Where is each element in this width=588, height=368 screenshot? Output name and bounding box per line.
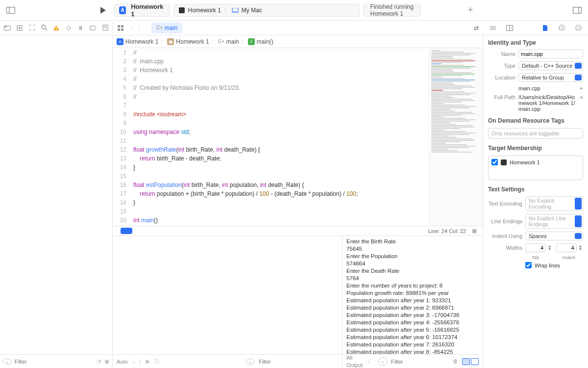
fullpath-label: Full Path — [488, 94, 515, 100]
tab-width-stepper[interactable] — [525, 243, 546, 252]
folder-picker-icon[interactable]: ▸ — [580, 85, 583, 91]
line-endings-select[interactable]: No Explicit Line Endings — [525, 214, 583, 229]
indent-width-stepper[interactable] — [556, 243, 577, 252]
terminal-icon — [179, 7, 185, 13]
sidebar-toggle-icon[interactable] — [5, 4, 17, 16]
filter-chip-icon[interactable]: ⌄ — [246, 359, 255, 365]
tests-nav-icon[interactable]: ◇ — [64, 23, 73, 33]
reports-nav-icon[interactable] — [100, 23, 110, 33]
folder-nav-icon[interactable] — [3, 23, 12, 33]
stepper-buttons[interactable]: ▲▼ — [548, 245, 551, 251]
console-filter-input[interactable] — [391, 359, 445, 365]
project-title: Homework 1 — [131, 3, 164, 18]
chevron-right-icon: 〉 — [160, 38, 165, 45]
location-select[interactable]: Relative to Group — [518, 73, 583, 82]
tab-lang-label: C+ — [156, 25, 163, 30]
variables-view-selector[interactable]: Auto — [117, 359, 128, 365]
target-name-label: Homework 1 — [510, 159, 540, 165]
file-inspector-icon[interactable] — [539, 22, 551, 34]
console-output[interactable]: Enter the Birth Rate 75645 Enter the Pop… — [343, 236, 483, 354]
console-pane[interactable]: Enter the Birth Rate 75645 Enter the Pop… — [343, 236, 483, 368]
output-filter-selector[interactable]: All Output — [346, 354, 363, 368]
file-name-input[interactable] — [518, 50, 583, 58]
variables-filter-input[interactable] — [259, 359, 338, 365]
location-label: Location — [488, 75, 515, 80]
tab-main[interactable]: C+ main — [151, 23, 182, 33]
svg-rect-2 — [179, 7, 185, 13]
svg-text:?: ? — [577, 26, 579, 30]
target-section-title: Target Membership — [483, 141, 588, 154]
crumb-symbol[interactable]: main() — [257, 38, 273, 45]
tags-section-title: On Demand Resource Tags — [483, 113, 588, 126]
jump-bar[interactable]: AHomework 1 〉 ▣Homework 1 〉 C+ main 〉 fm… — [113, 35, 483, 48]
history-inspector-icon[interactable] — [556, 22, 567, 34]
add-editor-icon[interactable]: + — [504, 22, 515, 34]
widths-label: Widths — [488, 245, 522, 251]
quicklook-icon[interactable]: ◉ — [145, 358, 150, 365]
type-label: Type — [488, 63, 515, 69]
app-icon: A — [119, 6, 126, 14]
scheme-dest-label: My Mac — [242, 7, 262, 14]
related-items-icon[interactable] — [116, 22, 125, 34]
identity-section-title: Identity and Type — [483, 35, 588, 48]
adjust-editor-icon[interactable] — [487, 22, 499, 34]
debug-nav-icon[interactable]: ⏸ — [76, 23, 85, 33]
minimap[interactable] — [429, 48, 483, 226]
function-icon: f — [248, 38, 255, 45]
find-nav-icon[interactable] — [40, 23, 49, 33]
wrap-lines-checkbox[interactable] — [525, 262, 532, 268]
svg-rect-0 — [7, 7, 15, 13]
navigator-filter-input[interactable] — [15, 359, 94, 365]
inspector-panel: Identity and Type Name Type Default - C+… — [483, 35, 588, 368]
chevron-right-icon: 〉 — [224, 7, 229, 14]
project-icon: A — [117, 38, 123, 45]
inspector-toggle-icon[interactable] — [571, 4, 583, 16]
file-type-select[interactable]: Default - C++ Source — [518, 61, 583, 70]
debug-area: Auto⌄ | ◉ ⓘ ⌄ Enter the Birth Rate 75645… — [113, 236, 483, 368]
stepper-buttons[interactable]: ▲▼ — [579, 245, 582, 251]
breakpoints-nav-icon[interactable] — [88, 23, 98, 33]
back-button[interactable]: 〈 — [127, 22, 135, 34]
scheme-selector[interactable]: A Homework 1 — [114, 4, 170, 17]
clock-filter-icon[interactable]: ◔ — [97, 358, 101, 365]
chevron-right-icon: 〉 — [241, 38, 246, 45]
scheme-app-label: Homework 1 — [188, 7, 220, 14]
editor-status-icon[interactable]: ▦ — [472, 228, 477, 234]
svg-rect-31 — [501, 159, 507, 165]
svg-rect-13 — [56, 27, 56, 29]
run-destination[interactable]: Homework 1 〉 My Mac — [173, 4, 360, 17]
forward-button[interactable]: 〉 — [137, 22, 145, 34]
fullpath-text: /Users/nick/Desktop/Homework 1/Homework … — [518, 94, 576, 112]
indent-using-select[interactable]: Spaces — [525, 232, 583, 240]
svg-rect-21 — [121, 28, 123, 31]
encoding-select[interactable]: No Explicit Encoding — [525, 196, 583, 211]
reveal-arrow-icon[interactable]: ➔ — [579, 94, 583, 101]
tab-sublabel: Tab — [521, 255, 550, 260]
info-icon[interactable]: ⓘ — [154, 358, 159, 365]
activity-status: Finished running Homework 1 — [364, 4, 420, 17]
help-inspector-icon[interactable]: ? — [572, 22, 584, 34]
add-button[interactable]: + — [465, 4, 476, 16]
symbols-nav-icon[interactable]: ⛶ — [27, 23, 37, 33]
svg-rect-3 — [232, 8, 238, 12]
square-filter-icon[interactable]: ▣ — [104, 358, 109, 365]
source-editor[interactable]: 1234567891011121314151617181920212223242… — [113, 48, 483, 226]
crumb-project[interactable]: Homework 1 — [125, 38, 158, 45]
source-control-icon[interactable] — [15, 23, 24, 33]
navigator-sidebar: ⌄ ◔ ▣ — [0, 35, 113, 368]
issues-nav-icon[interactable] — [52, 23, 61, 33]
crumb-file[interactable]: main — [226, 38, 239, 45]
trash-icon[interactable]: 🗑 — [453, 358, 458, 365]
variables-pane[interactable]: Auto⌄ | ◉ ⓘ ⌄ — [113, 236, 343, 368]
run-button[interactable] — [97, 4, 109, 16]
target-checkbox[interactable] — [491, 159, 498, 165]
editor-options-icon[interactable]: ⇄ — [470, 22, 482, 34]
filter-chip-icon[interactable]: ⌄ — [378, 357, 387, 366]
filter-scope-icon[interactable]: ⌄ — [3, 359, 12, 365]
name-label: Name — [488, 51, 515, 57]
chevron-right-icon: 〉 — [211, 38, 216, 45]
debug-pane-toggle[interactable] — [462, 358, 479, 365]
crumb-group[interactable]: Homework 1 — [176, 38, 209, 45]
svg-line-12 — [45, 28, 47, 30]
target-membership-item[interactable]: Homework 1 — [491, 159, 580, 165]
